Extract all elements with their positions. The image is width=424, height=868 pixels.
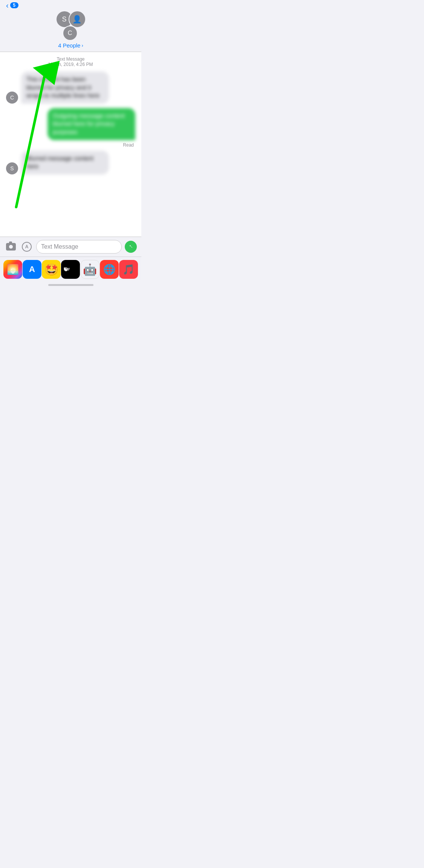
read-receipt: Read bbox=[6, 142, 135, 148]
nav-header: ‹ 5 S 👤 C 4 People › bbox=[0, 0, 141, 52]
avatar-cluster: S 👤 C bbox=[56, 11, 86, 41]
dock-photos[interactable]: 🌅 bbox=[3, 260, 22, 279]
message-row-outgoing: Outgoing message content blurred here fo… bbox=[6, 108, 135, 140]
input-bar: Text Message ↑ bbox=[0, 237, 141, 257]
appstore-icon: A bbox=[29, 264, 35, 274]
dock-memoji2[interactable]: 🤖 bbox=[81, 260, 99, 279]
avatar-person: 👤 bbox=[69, 11, 86, 28]
sender-avatar-c: C bbox=[6, 92, 18, 104]
dock-music[interactable]: 🎵 bbox=[119, 260, 138, 279]
people-label[interactable]: 4 People › bbox=[58, 42, 83, 49]
messages-area: Text Message March, 2019, 4:26 PM C This… bbox=[0, 52, 141, 183]
message-row: C This content has been blurred for priv… bbox=[6, 72, 135, 104]
sender-avatar-s: S bbox=[6, 162, 18, 174]
send-button[interactable]: ↑ bbox=[125, 241, 137, 253]
message-input-wrapper[interactable]: Text Message bbox=[36, 240, 122, 254]
chevron-right-icon: › bbox=[81, 43, 83, 48]
nav-top-row: ‹ 5 bbox=[0, 0, 141, 11]
dock: 🌅 A 🤩 Pay 🤖 🌐 🎵 bbox=[0, 257, 141, 280]
home-indicator bbox=[0, 280, 141, 289]
home-bar bbox=[48, 284, 93, 286]
message-type: Text Message bbox=[6, 57, 135, 62]
photos-icon: 🌅 bbox=[7, 264, 19, 275]
memoji2-icon: 🤖 bbox=[83, 263, 97, 276]
camera-button[interactable] bbox=[5, 240, 17, 253]
world-icon: 🌐 bbox=[103, 264, 115, 275]
send-icon: ↑ bbox=[128, 243, 134, 250]
back-button[interactable]: ‹ 5 bbox=[6, 2, 18, 9]
message-bubble-incoming-2: Blurred message content here bbox=[21, 151, 109, 174]
people-count: 4 People bbox=[58, 42, 80, 49]
camera-icon bbox=[6, 243, 16, 251]
apps-icon bbox=[22, 242, 32, 252]
person-icon: 👤 bbox=[72, 15, 82, 24]
message-date-label: Text Message March, 2019, 4:26 PM bbox=[6, 57, 135, 67]
music-icon: 🎵 bbox=[122, 264, 135, 275]
avatar-c: C bbox=[63, 26, 78, 41]
messages-container: Text Message March, 2019, 4:26 PM C This… bbox=[0, 52, 141, 237]
dock-memoji1[interactable]: 🤩 bbox=[42, 260, 61, 279]
applepay-svg: Pay bbox=[63, 264, 78, 274]
message-input[interactable]: Text Message bbox=[41, 243, 117, 250]
message-bubble-outgoing: Outgoing message content blurred here fo… bbox=[47, 108, 135, 140]
back-badge: 5 bbox=[10, 2, 18, 8]
back-chevron-icon: ‹ bbox=[6, 2, 9, 9]
screen: ‹ 5 S 👤 C 4 People › Text Message March,… bbox=[0, 0, 141, 289]
dock-world[interactable]: 🌐 bbox=[100, 260, 119, 279]
apps-button[interactable] bbox=[20, 240, 33, 253]
dock-applepay[interactable]: Pay bbox=[61, 260, 80, 279]
message-date: March, 2019, 4:26 PM bbox=[6, 62, 135, 67]
message-bubble-incoming-1: This content has been blurred for privac… bbox=[21, 72, 109, 104]
message-row-s: S Blurred message content here bbox=[6, 151, 135, 174]
memoji1-icon: 🤩 bbox=[44, 263, 58, 276]
dock-appstore[interactable]: A bbox=[23, 260, 41, 279]
